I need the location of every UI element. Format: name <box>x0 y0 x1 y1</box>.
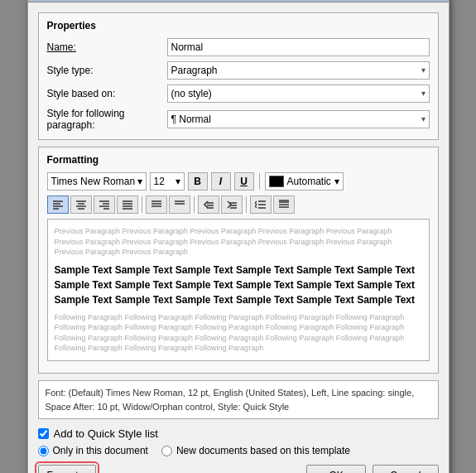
separator-4 <box>246 196 247 213</box>
style-based-row: Style based on: (no style) ▾ <box>47 84 430 103</box>
style-type-label: Style type: <box>47 65 167 76</box>
style-type-value: Paragraph <box>171 65 218 76</box>
bottom-buttons: Format ▾ OK Cancel <box>38 465 439 473</box>
italic-button[interactable]: I <box>211 172 231 191</box>
align-center-button[interactable] <box>70 195 92 214</box>
style-following-select[interactable]: ¶ Normal ▾ <box>167 110 430 128</box>
size-select[interactable]: 12 ▾ <box>150 172 185 191</box>
properties-section: Properties Name: Style type: Paragraph ▾… <box>38 12 439 140</box>
color-arrow: ▾ <box>334 176 339 187</box>
style-following-arrow: ▾ <box>421 114 426 123</box>
separator-3 <box>194 196 195 213</box>
formatting-section: Formatting Times New Roman ▾ 12 ▾ B I U … <box>38 147 439 374</box>
line-spacing-button[interactable] <box>250 195 272 214</box>
format-button-arrow: ▾ <box>82 470 87 473</box>
style-following-label: Style for following paragraph: <box>47 108 167 131</box>
name-label: Name: <box>47 41 167 53</box>
color-swatch <box>269 176 284 187</box>
style-type-row: Style type: Paragraph ▾ <box>47 61 430 80</box>
preview-following: Following Paragraph Following Paragraph … <box>55 312 422 354</box>
style-based-label: Style based on: <box>47 88 167 99</box>
preview-sample: Sample Text Sample Text Sample Text Samp… <box>55 263 422 307</box>
align-left-button[interactable] <box>47 195 69 214</box>
align-distribute-button[interactable] <box>146 195 167 214</box>
alignment-row <box>47 195 430 214</box>
only-this-doc-option: Only in this document <box>38 445 148 456</box>
new-documents-option: New documents based on this template <box>161 445 350 456</box>
font-size: 12 <box>154 176 165 187</box>
font-select[interactable]: Times New Roman ▾ <box>47 172 147 191</box>
separator-1 <box>259 173 260 190</box>
font-row: Times New Roman ▾ 12 ▾ B I U Automatic ▾ <box>47 172 430 191</box>
indent-increase-button[interactable] <box>221 195 243 214</box>
add-to-quick-style-label: Add to Quick Style list <box>54 427 158 440</box>
ok-cancel-buttons: OK Cancel <box>306 465 438 473</box>
scope-radio-row: Only in this document New documents base… <box>38 445 439 456</box>
preview-previous: Previous Paragraph Previous Paragraph Pr… <box>55 226 422 258</box>
new-documents-radio[interactable] <box>161 446 172 456</box>
style-following-row: Style for following paragraph: ¶ Normal … <box>47 108 430 131</box>
style-based-value: (no style) <box>171 88 212 99</box>
separator-2 <box>142 196 142 213</box>
new-documents-label: New documents based on this template <box>176 445 350 456</box>
cancel-button[interactable]: Cancel <box>373 465 438 473</box>
modify-style-dialog: Modify Style ? ✕ Properties Name: Style … <box>27 0 450 473</box>
paragraph-spacing-button[interactable] <box>273 195 295 214</box>
style-type-arrow: ▾ <box>421 65 426 75</box>
style-type-select[interactable]: Paragraph ▾ <box>167 61 430 80</box>
add-to-quick-style-row: Add to Quick Style list <box>38 427 439 440</box>
only-this-doc-label: Only in this document <box>53 445 148 456</box>
size-select-arrow: ▾ <box>175 176 180 187</box>
bold-button[interactable]: B <box>188 172 208 191</box>
underline-button[interactable]: U <box>234 172 254 191</box>
style-based-arrow: ▾ <box>421 89 426 98</box>
align-justify-button[interactable] <box>117 195 138 214</box>
style-description: Font: (Default) Times New Roman, 12 pt, … <box>38 380 439 419</box>
name-row: Name: <box>47 38 430 56</box>
font-name: Times New Roman <box>51 176 136 187</box>
dialog-body: Properties Name: Style type: Paragraph ▾… <box>28 2 449 473</box>
format-button-label: Format <box>47 470 79 473</box>
indent-decrease-button[interactable] <box>198 195 219 214</box>
style-based-select[interactable]: (no style) ▾ <box>167 84 430 103</box>
style-following-value: ¶ Normal <box>171 113 211 125</box>
color-select[interactable]: Automatic ▾ <box>265 172 344 191</box>
preview-box: Previous Paragraph Previous Paragraph Pr… <box>47 219 430 361</box>
font-select-arrow: ▾ <box>137 176 142 187</box>
properties-label: Properties <box>47 20 430 31</box>
formatting-label: Formatting <box>47 154 430 166</box>
only-this-doc-radio[interactable] <box>38 446 49 456</box>
ok-button[interactable]: OK <box>306 465 366 473</box>
name-input[interactable] <box>167 38 430 56</box>
format-button[interactable]: Format ▾ <box>38 465 96 473</box>
color-label: Automatic <box>287 176 331 187</box>
align-mirror-button[interactable] <box>169 195 190 214</box>
align-right-button[interactable] <box>94 195 115 214</box>
add-to-quick-style-checkbox[interactable] <box>38 428 49 439</box>
